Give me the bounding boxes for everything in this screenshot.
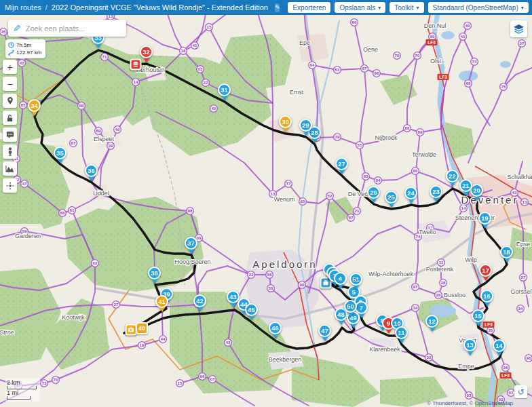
node-number: 42 <box>20 60 24 65</box>
waypoint-marker-35[interactable]: 35 <box>53 147 68 165</box>
waypoint-marker-4[interactable]: 4 <box>333 272 348 290</box>
elevation-button[interactable] <box>3 161 17 176</box>
waypoint-marker-22[interactable]: 22 <box>445 170 460 188</box>
scale-mi-label: 1 mi <box>7 389 37 396</box>
search-input[interactable]: Zoek een plaats... <box>26 24 85 33</box>
waypoint-marker-27[interactable]: 27 <box>335 157 349 176</box>
waypoint-marker-26[interactable]: 26 <box>366 186 381 204</box>
network-node-badge: 74 <box>471 58 478 66</box>
network-node-badge: 88 <box>404 125 411 132</box>
streetview-button[interactable] <box>3 144 17 159</box>
waypoint-marker-38[interactable]: 38 <box>147 267 162 285</box>
node-number: 19 <box>140 343 145 347</box>
poi-camera-icon[interactable] <box>126 324 137 336</box>
save-as-button[interactable]: Opslaan als▾ <box>335 2 385 13</box>
add-marker-button[interactable] <box>3 94 17 108</box>
waypoint-marker-18[interactable]: 18 <box>499 246 514 264</box>
center-route-button[interactable] <box>3 178 17 193</box>
town-label: Terwolde <box>412 151 436 158</box>
network-node-badge: 22 <box>248 271 255 279</box>
edit-title-icon[interactable]: ✎ <box>275 3 280 12</box>
waypoint-marker-42[interactable]: 42 <box>193 294 208 313</box>
node-number: 73 <box>42 381 47 385</box>
town-label: Posterenk <box>426 266 454 273</box>
node-number: 98 <box>188 208 193 213</box>
waypoint-marker-11[interactable]: 11 <box>394 326 409 345</box>
network-node-badge: 43 <box>225 339 232 347</box>
waypoint-marker-47[interactable]: 47 <box>318 324 332 343</box>
search-box[interactable]: ✎ Zoek een plaats... <box>8 20 126 37</box>
waypoint-marker-37[interactable]: 37 <box>184 237 199 255</box>
waypoint-marker-45[interactable]: 45 <box>244 303 259 322</box>
town-label: Twello <box>419 229 436 235</box>
waypoint-marker-41[interactable]: 41 <box>155 295 170 313</box>
reset-view-button[interactable]: ↺ <box>514 385 527 398</box>
waypoint-marker-13[interactable]: 13 <box>463 338 478 357</box>
waypoint-marker-24[interactable]: 24 <box>404 187 419 205</box>
forest-area <box>292 353 380 407</box>
network-node-badge: 88 <box>78 102 86 110</box>
waypoint-marker-31[interactable]: 31 <box>217 83 232 102</box>
network-node-badge: 47 <box>21 180 28 188</box>
map-style-button[interactable]: Standaard (OpenStreetMap)▾ <box>428 2 529 13</box>
node-number: 47 <box>22 181 27 186</box>
network-node-badge: 07 <box>209 376 216 383</box>
zoom-out-button[interactable]: − <box>3 77 17 91</box>
route-distance: 122.97 km <box>16 49 41 56</box>
lf-route-label: LF3 <box>426 39 438 45</box>
cycle-network-line <box>416 132 420 237</box>
marker-pin-icon <box>6 96 14 105</box>
network-node-badge: 98 <box>187 208 194 215</box>
network-node-badge: 42 <box>18 60 26 67</box>
network-node-badge: 27 <box>520 274 527 282</box>
waypoint-marker-50[interactable]: 50 <box>343 300 358 318</box>
node-number: 89 <box>418 130 423 134</box>
waypoint-marker-16[interactable]: 16 <box>480 290 495 308</box>
waypoint-marker-14[interactable]: 14 <box>492 339 507 357</box>
town-label: Olst <box>430 58 442 64</box>
distance-icon <box>8 50 14 56</box>
town-label: Klarenbeek <box>369 346 400 353</box>
cycle-network-line <box>415 237 418 287</box>
node-number: 67 <box>362 66 367 71</box>
waypoint-marker-15[interactable]: 15 <box>471 309 486 328</box>
waypoint-marker-12[interactable]: 12 <box>425 315 440 333</box>
route-duration: 7h 5m <box>16 41 31 49</box>
poi-button[interactable] <box>3 128 17 142</box>
waypoint-marker-25[interactable]: 25 <box>384 191 399 209</box>
cycle-network-line <box>354 22 366 145</box>
waypoint-marker-29[interactable]: 29 <box>299 119 314 137</box>
waypoint-marker-21[interactable]: 21 <box>459 179 474 197</box>
waypoint-marker-19[interactable]: 19 <box>478 212 493 230</box>
map-canvas[interactable]: 7114184103220742131545534286644313141274… <box>0 0 532 407</box>
node-number: 68 <box>466 81 471 85</box>
zoom-in-button[interactable]: + <box>3 60 17 74</box>
waypoint-marker-46[interactable]: 46 <box>268 322 283 340</box>
waypoint-marker-36[interactable]: 36 <box>84 164 99 182</box>
node-number: 07 <box>210 376 215 381</box>
layers-button[interactable] <box>510 20 527 37</box>
node-number: 85 <box>21 102 26 107</box>
network-node-badge: 15 <box>206 24 213 31</box>
town-label: Uddel <box>93 190 109 197</box>
network-node-badge: 77 <box>285 180 292 188</box>
waypoint-marker-51[interactable]: 51 <box>349 273 364 291</box>
network-node-badge: 14 <box>460 205 468 212</box>
lock-button[interactable] <box>3 111 17 125</box>
node-number: 03 <box>467 393 472 398</box>
waypoint-marker-40[interactable]: 40 <box>136 322 148 334</box>
scale-mi-line <box>7 396 31 400</box>
waypoint-marker-34[interactable]: 34 <box>27 99 42 117</box>
network-node-badge: 65 <box>299 198 307 206</box>
waypoint-marker-17[interactable]: 17 <box>478 264 493 282</box>
toolkit-button[interactable]: Toolkit▾ <box>390 2 423 13</box>
breadcrumb-my-routes[interactable]: Mijn routes <box>5 3 41 12</box>
export-button[interactable]: Exporteren <box>288 2 330 13</box>
node-number: 44 <box>161 336 166 341</box>
network-node-badge: 87 <box>70 140 77 147</box>
map-attribution[interactable]: © Thunderforest, © OpenStreetMap <box>427 400 513 406</box>
waypoint-marker-23[interactable]: 23 <box>429 185 444 204</box>
node-number: 88 <box>79 103 84 108</box>
waypoint-marker-32[interactable]: 32 <box>139 45 154 64</box>
waypoint-marker-30[interactable]: 30 <box>278 115 293 134</box>
